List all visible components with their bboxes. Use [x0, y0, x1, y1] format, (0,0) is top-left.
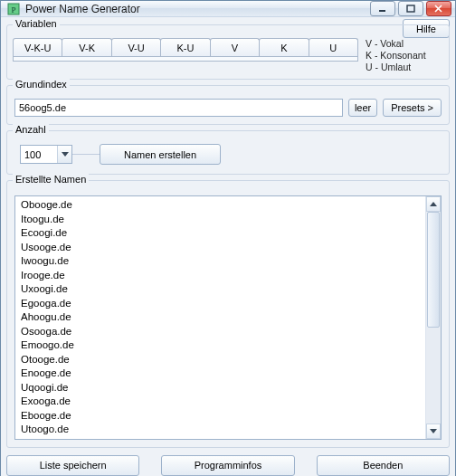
tab-panel [13, 56, 358, 62]
list-item[interactable]: Ahoogu.de [21, 310, 420, 325]
svg-marker-7 [430, 202, 437, 206]
list-item[interactable]: Iwoogu.de [21, 254, 420, 269]
scroll-track[interactable] [426, 212, 441, 424]
scroll-up-icon[interactable] [426, 196, 441, 212]
window-title: Power Name Generator [25, 3, 370, 15]
scrollbar[interactable] [425, 196, 441, 439]
svg-marker-6 [62, 152, 69, 157]
tab-u[interactable]: U [309, 38, 358, 56]
anzahl-label: Anzahl [13, 124, 49, 135]
list-item[interactable]: Itoogu.de [21, 213, 420, 227]
list-item[interactable]: Obooge.de [21, 198, 420, 213]
minimize-button[interactable] [370, 1, 395, 16]
list-item[interactable]: Usooge.de [21, 241, 420, 255]
names-list-content: Obooge.deItoogu.deEcoogi.deUsooge.deIwoo… [15, 196, 425, 439]
client-area: Hilfe Variablen V-K-U V-K V-U K-U V K U [1, 17, 455, 476]
list-item[interactable]: Egooga.de [21, 297, 420, 311]
list-item[interactable]: Enooge.de [21, 367, 420, 381]
variablen-group: Variablen V-K-U V-K V-U K-U V K U V - V [6, 24, 450, 80]
exit-button[interactable]: Beenden [317, 455, 450, 476]
grundindex-input[interactable] [14, 99, 343, 117]
presets-button[interactable]: Presets > [383, 99, 442, 117]
anzahl-group: Anzahl Namen erstellen [6, 130, 450, 175]
list-item[interactable]: Ebooge.de [21, 409, 420, 424]
list-item[interactable]: Emoogo.de [21, 338, 420, 353]
bottom-button-row: Liste speichern Programminfos Beenden [6, 455, 450, 476]
list-item[interactable]: Otooge.de [21, 353, 420, 367]
tab-ku[interactable]: K-U [160, 38, 210, 56]
list-item[interactable]: Uxoogi.de [21, 282, 420, 297]
chevron-down-icon[interactable] [57, 146, 71, 163]
tab-vk[interactable]: V-K [62, 38, 111, 56]
tab-vku[interactable]: V-K-U [13, 38, 62, 56]
anzahl-input[interactable] [21, 149, 57, 160]
program-info-button[interactable]: Programminfos [161, 455, 294, 476]
tab-v[interactable]: V [210, 38, 260, 56]
close-button[interactable] [426, 1, 451, 16]
connector-line [72, 154, 100, 155]
list-item[interactable]: Ecoogi.de [21, 226, 420, 241]
titlebar: P Power Name Generator [1, 1, 455, 17]
scroll-thumb[interactable] [427, 212, 440, 328]
legend-vokal: V - Vokal [366, 38, 443, 50]
list-item[interactable]: Exooga.de [21, 395, 420, 409]
tab-vu[interactable]: V-U [111, 38, 161, 56]
svg-marker-8 [430, 429, 437, 433]
anzahl-combo[interactable] [20, 145, 72, 164]
erstellte-namen-group: Erstellte Namen Obooge.deItoogu.deEcoogi… [6, 180, 450, 448]
app-window: P Power Name Generator Hilfe Variablen V… [0, 0, 456, 476]
grundindex-group: Grundindex leer Presets > [6, 85, 450, 125]
legend-umlaut: U - Umlaut [366, 62, 443, 73]
list-item[interactable]: Osooga.de [21, 325, 420, 339]
grundindex-label: Grundindex [13, 79, 70, 90]
variable-legend: V - Vokal K - Konsonant U - Umlaut [366, 38, 443, 73]
save-list-button[interactable]: Liste speichern [6, 455, 139, 476]
generate-button[interactable]: Namen erstellen [100, 144, 221, 165]
svg-text:P: P [11, 5, 15, 14]
app-icon: P [6, 2, 21, 16]
erstellte-namen-label: Erstellte Namen [13, 174, 89, 185]
tab-k[interactable]: K [259, 38, 309, 56]
svg-rect-3 [407, 5, 414, 12]
names-listbox[interactable]: Obooge.deItoogu.deEcoogi.deUsooge.deIwoo… [14, 195, 442, 440]
clear-button[interactable]: leer [348, 99, 377, 117]
list-item[interactable]: Irooge.de [21, 269, 420, 283]
window-controls [370, 1, 451, 16]
list-item[interactable]: Uqoogi.de [21, 381, 420, 395]
legend-konsonant: K - Konsonant [366, 50, 443, 62]
variablen-label: Variablen [13, 18, 60, 29]
maximize-button[interactable] [398, 1, 423, 16]
tab-row: V-K-U V-K V-U K-U V K U [13, 38, 358, 56]
list-item[interactable]: Utoogo.de [21, 423, 420, 437]
scroll-down-icon[interactable] [426, 424, 441, 439]
